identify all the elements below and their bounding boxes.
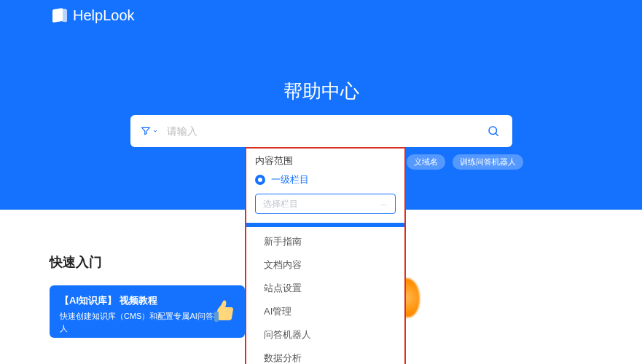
- scope-label: 内容范围: [255, 154, 396, 167]
- chevron-up-icon: ︿: [380, 199, 388, 209]
- radio-label: 一级栏目: [271, 173, 309, 186]
- list-item[interactable]: 新手指南: [246, 230, 404, 253]
- svg-point-0: [489, 127, 497, 135]
- column-select[interactable]: 选择栏目 ︿: [255, 194, 396, 214]
- list-item[interactable]: 文档内容: [246, 253, 404, 277]
- divider-bar: [246, 223, 404, 227]
- card-title: 【AI知识库】 视频教程: [60, 294, 235, 307]
- list-item[interactable]: 数据分析: [246, 347, 404, 364]
- search-box: [130, 115, 512, 147]
- list-item[interactable]: 站点设置: [246, 277, 404, 300]
- book-icon: [52, 9, 67, 23]
- filter-dropdown-panel: 内容范围 一级栏目 选择栏目 ︿ 新手指南 文档内容 站点设置 AI管理 问答机…: [245, 147, 406, 364]
- radio-option[interactable]: 一级栏目: [255, 173, 396, 186]
- page-title: 帮助中心: [283, 79, 359, 104]
- option-list: 新手指南 文档内容 站点设置 AI管理 问答机器人 数据分析 团队管理 其他常见…: [246, 230, 404, 364]
- radio-checked-icon: [255, 175, 265, 185]
- logo-text: HelpLook: [73, 7, 135, 24]
- tag-item[interactable]: 训练问答机器人: [453, 154, 523, 170]
- filter-icon[interactable]: [141, 126, 158, 136]
- search-icon[interactable]: [485, 122, 502, 140]
- tag-item[interactable]: 义域名: [407, 154, 445, 170]
- card-desc: 快速创建知识库（CMS）和配置专属AI问答机器人: [60, 310, 235, 334]
- thumbs-up-icon: [211, 298, 238, 325]
- svg-rect-1: [214, 312, 219, 322]
- search-input[interactable]: [167, 125, 476, 137]
- list-item[interactable]: AI管理: [246, 300, 404, 323]
- brand-logo[interactable]: HelpLook: [52, 7, 135, 24]
- search-container: [130, 115, 512, 147]
- select-placeholder: 选择栏目: [263, 198, 298, 210]
- list-item[interactable]: 问答机器人: [246, 323, 404, 347]
- quickstart-card[interactable]: 【AI知识库】 视频教程 快速创建知识库（CMS）和配置专属AI问答机器人: [50, 285, 245, 338]
- hot-tags: 义域名 训练问答机器人: [407, 154, 523, 170]
